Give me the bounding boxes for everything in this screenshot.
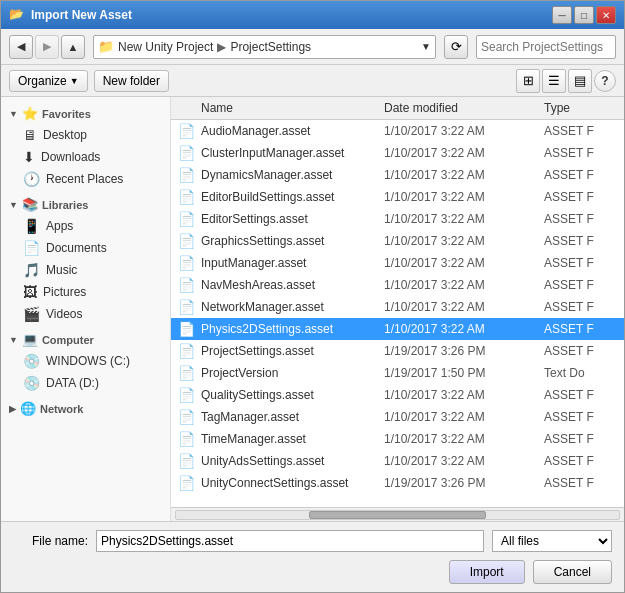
table-row[interactable]: 📄 UnityConnectSettings.asset 1/19/2017 3…: [171, 472, 624, 494]
file-type: Text Do: [544, 366, 624, 380]
view-list-button[interactable]: ☰: [542, 69, 566, 93]
column-date[interactable]: Date modified: [384, 101, 544, 115]
sidebar-windows-c-label: WINDOWS (C:): [46, 354, 130, 368]
filetype-select[interactable]: All files: [492, 530, 612, 552]
sidebar-item-windows-c[interactable]: 💿 WINDOWS (C:): [1, 350, 170, 372]
file-type: ASSET F: [544, 432, 624, 446]
sidebar-favorites-header[interactable]: ▼ ⭐ Favorites: [1, 103, 170, 124]
table-row[interactable]: 📄 InputManager.asset 1/10/2017 3:22 AM A…: [171, 252, 624, 274]
table-row[interactable]: 📄 TimeManager.asset 1/10/2017 3:22 AM AS…: [171, 428, 624, 450]
dialog-title: Import New Asset: [31, 8, 132, 22]
sidebar-videos-label: Videos: [46, 307, 82, 321]
breadcrumb-dropdown[interactable]: ▼: [421, 41, 431, 52]
breadcrumb-part1: New Unity Project: [118, 40, 213, 54]
sidebar-item-downloads[interactable]: ⬇ Downloads: [1, 146, 170, 168]
sidebar-item-apps[interactable]: 📱 Apps: [1, 215, 170, 237]
table-row[interactable]: 📄 QualitySettings.asset 1/10/2017 3:22 A…: [171, 384, 624, 406]
file-name: UnityConnectSettings.asset: [201, 476, 384, 490]
file-date: 1/10/2017 3:22 AM: [384, 168, 544, 182]
file-name: Physics2DSettings.asset: [201, 322, 384, 336]
file-list-header: Name Date modified Type: [171, 97, 624, 120]
sidebar-item-desktop[interactable]: 🖥 Desktop: [1, 124, 170, 146]
table-row[interactable]: 📄 NetworkManager.asset 1/10/2017 3:22 AM…: [171, 296, 624, 318]
refresh-button[interactable]: ⟳: [444, 35, 468, 59]
favorites-star-icon: ⭐: [22, 106, 38, 121]
dialog-icon: 📂: [9, 7, 25, 23]
file-type: ASSET F: [544, 476, 624, 490]
table-row[interactable]: 📄 TagManager.asset 1/10/2017 3:22 AM ASS…: [171, 406, 624, 428]
new-folder-button[interactable]: New folder: [94, 70, 169, 92]
sidebar-computer-header[interactable]: ▼ 💻 Computer: [1, 329, 170, 350]
filename-input[interactable]: [96, 530, 484, 552]
scrollbar-track[interactable]: [175, 510, 620, 520]
forward-button[interactable]: ▶: [35, 35, 59, 59]
sidebar-libraries-header[interactable]: ▼ 📚 Libraries: [1, 194, 170, 215]
view-details-button[interactable]: ▤: [568, 69, 592, 93]
file-name: GraphicsSettings.asset: [201, 234, 384, 248]
search-input[interactable]: [481, 40, 625, 54]
table-row[interactable]: 📄 Physics2DSettings.asset 1/10/2017 3:22…: [171, 318, 624, 340]
table-row[interactable]: 📄 ProjectVersion 1/19/2017 1:50 PM Text …: [171, 362, 624, 384]
table-row[interactable]: 📄 ClusterInputManager.asset 1/10/2017 3:…: [171, 142, 624, 164]
sidebar-item-videos[interactable]: 🎬 Videos: [1, 303, 170, 325]
table-row[interactable]: 📄 ProjectSettings.asset 1/19/2017 3:26 P…: [171, 340, 624, 362]
file-icon: 📄: [171, 123, 201, 139]
title-bar: 📂 Import New Asset ─ □ ✕: [1, 1, 624, 29]
file-type: ASSET F: [544, 344, 624, 358]
view-toggle-button[interactable]: ⊞: [516, 69, 540, 93]
file-icon: 📄: [171, 189, 201, 205]
sidebar-item-music[interactable]: 🎵 Music: [1, 259, 170, 281]
file-date: 1/10/2017 3:22 AM: [384, 146, 544, 160]
file-date: 1/10/2017 3:22 AM: [384, 300, 544, 314]
maximize-button[interactable]: □: [574, 6, 594, 24]
sidebar-item-recent-places[interactable]: 🕐 Recent Places: [1, 168, 170, 190]
file-date: 1/10/2017 3:22 AM: [384, 322, 544, 336]
favorites-label: Favorites: [42, 108, 91, 120]
table-row[interactable]: 📄 EditorBuildSettings.asset 1/10/2017 3:…: [171, 186, 624, 208]
scrollbar-thumb[interactable]: [309, 511, 486, 519]
close-button[interactable]: ✕: [596, 6, 616, 24]
table-row[interactable]: 📄 GraphicsSettings.asset 1/10/2017 3:22 …: [171, 230, 624, 252]
cancel-button[interactable]: Cancel: [533, 560, 612, 584]
column-name[interactable]: Name: [171, 101, 384, 115]
file-name: ProjectVersion: [201, 366, 384, 380]
minimize-button[interactable]: ─: [552, 6, 572, 24]
file-name: TagManager.asset: [201, 410, 384, 424]
file-icon: 📄: [171, 255, 201, 271]
apps-icon: 📱: [23, 218, 40, 234]
file-date: 1/10/2017 3:22 AM: [384, 278, 544, 292]
breadcrumb-bar[interactable]: 📁 New Unity Project ▶ ProjectSettings ▼: [93, 35, 436, 59]
sidebar-item-documents[interactable]: 📄 Documents: [1, 237, 170, 259]
sidebar-item-pictures[interactable]: 🖼 Pictures: [1, 281, 170, 303]
horizontal-scrollbar[interactable]: [171, 507, 624, 521]
table-row[interactable]: 📄 EditorSettings.asset 1/10/2017 3:22 AM…: [171, 208, 624, 230]
table-row[interactable]: 📄 UnityAdsSettings.asset 1/10/2017 3:22 …: [171, 450, 624, 472]
file-icon: 📄: [171, 233, 201, 249]
organize-button[interactable]: Organize ▼: [9, 70, 88, 92]
network-icon: 🌐: [20, 401, 36, 416]
file-name: NavMeshAreas.asset: [201, 278, 384, 292]
sidebar-section-favorites: ▼ ⭐ Favorites 🖥 Desktop ⬇ Downloads 🕐 Re…: [1, 103, 170, 190]
sidebar-data-d-label: DATA (D:): [46, 376, 99, 390]
up-button[interactable]: ▲: [61, 35, 85, 59]
column-type[interactable]: Type: [544, 101, 624, 115]
sidebar-desktop-label: Desktop: [43, 128, 87, 142]
downloads-icon: ⬇: [23, 149, 35, 165]
import-button[interactable]: Import: [449, 560, 525, 584]
back-button[interactable]: ◀: [9, 35, 33, 59]
sidebar-network-header[interactable]: ▶ 🌐 Network: [1, 398, 170, 419]
table-row[interactable]: 📄 NavMeshAreas.asset 1/10/2017 3:22 AM A…: [171, 274, 624, 296]
table-row[interactable]: 📄 DynamicsManager.asset 1/10/2017 3:22 A…: [171, 164, 624, 186]
file-name: EditorSettings.asset: [201, 212, 384, 226]
help-button[interactable]: ?: [594, 70, 616, 92]
sidebar-item-data-d[interactable]: 💿 DATA (D:): [1, 372, 170, 394]
file-icon: 📄: [171, 167, 201, 183]
sidebar-downloads-label: Downloads: [41, 150, 100, 164]
table-row[interactable]: 📄 AudioManager.asset 1/10/2017 3:22 AM A…: [171, 120, 624, 142]
file-icon: 📄: [171, 321, 201, 337]
action-row: Import Cancel: [13, 560, 612, 584]
file-icon: 📄: [171, 343, 201, 359]
network-label: Network: [40, 403, 83, 415]
file-name: ProjectSettings.asset: [201, 344, 384, 358]
breadcrumb-folder-icon: 📁: [98, 39, 114, 54]
